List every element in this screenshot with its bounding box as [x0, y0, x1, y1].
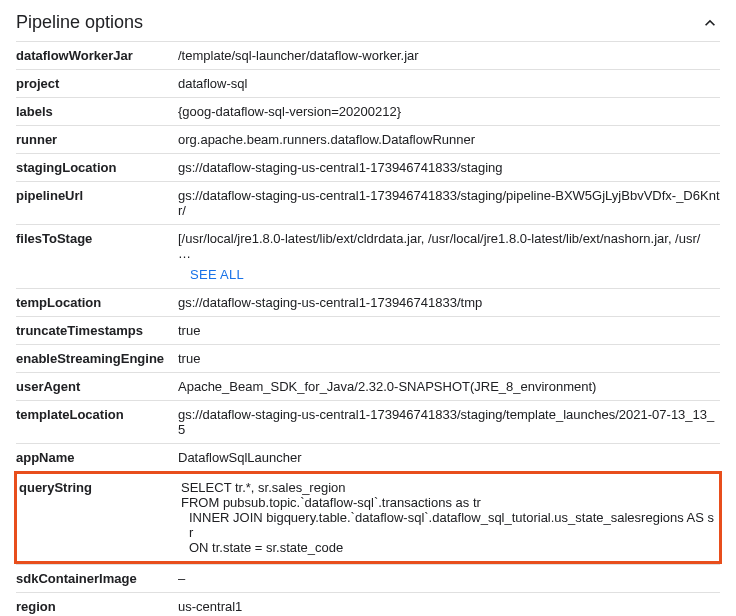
option-key: stagingLocation: [16, 160, 178, 175]
chevron-up-icon[interactable]: [700, 13, 720, 33]
table-row: tempLocation gs://dataflow-staging-us-ce…: [16, 288, 720, 316]
table-row: userAgent Apache_Beam_SDK_for_Java/2.32.…: [16, 372, 720, 400]
option-value: {goog-dataflow-sql-version=20200212}: [178, 104, 720, 119]
query-line-4: ON tr.state = sr.state_code: [181, 540, 717, 555]
option-value: gs://dataflow-staging-us-central1-173946…: [178, 295, 720, 310]
option-value: [/usr/local/jre1.8.0-latest/lib/ext/cldr…: [178, 231, 720, 282]
options-table: dataflowWorkerJar /template/sql-launcher…: [16, 41, 720, 616]
option-key: region: [16, 599, 178, 614]
option-value: gs://dataflow-staging-us-central1-173946…: [178, 188, 720, 218]
option-key: truncateTimestamps: [16, 323, 178, 338]
ellipsis: …: [178, 246, 191, 261]
option-value-query: SELECT tr.*, sr.sales_region FROM pubsub…: [181, 480, 717, 555]
files-value: [/usr/local/jre1.8.0-latest/lib/ext/cldr…: [178, 231, 700, 246]
option-value: gs://dataflow-staging-us-central1-173946…: [178, 160, 720, 175]
table-row-highlighted: queryString SELECT tr.*, sr.sales_region…: [14, 471, 722, 564]
table-row: templateLocation gs://dataflow-staging-u…: [16, 400, 720, 443]
option-value: dataflow-sql: [178, 76, 720, 91]
table-row: enableStreamingEngine true: [16, 344, 720, 372]
table-row: region us-central1: [16, 592, 720, 616]
option-value: true: [178, 351, 720, 366]
table-row: filesToStage [/usr/local/jre1.8.0-latest…: [16, 224, 720, 288]
option-key: enableStreamingEngine: [16, 351, 178, 366]
table-row: dataflowWorkerJar /template/sql-launcher…: [16, 41, 720, 69]
option-key: templateLocation: [16, 407, 178, 422]
query-line-1: SELECT tr.*, sr.sales_region: [181, 480, 717, 495]
option-key: project: [16, 76, 178, 91]
option-key: pipelineUrl: [16, 188, 178, 203]
table-row: appName DataflowSqlLauncher: [16, 443, 720, 471]
option-key: sdkContainerImage: [16, 571, 178, 586]
table-row: labels {goog-dataflow-sql-version=202002…: [16, 97, 720, 125]
option-value: DataflowSqlLauncher: [178, 450, 720, 465]
query-line-3: INNER JOIN bigquery.table.`dataflow-sql`…: [181, 510, 717, 540]
query-line-2: FROM pubsub.topic.`dataflow-sql`.transac…: [181, 495, 717, 510]
option-value: Apache_Beam_SDK_for_Java/2.32.0-SNAPSHOT…: [178, 379, 720, 394]
option-key: userAgent: [16, 379, 178, 394]
option-value: org.apache.beam.runners.dataflow.Dataflo…: [178, 132, 720, 147]
option-key: labels: [16, 104, 178, 119]
table-row: pipelineUrl gs://dataflow-staging-us-cen…: [16, 181, 720, 224]
option-value: us-central1: [178, 599, 720, 614]
table-row: project dataflow-sql: [16, 69, 720, 97]
pipeline-options-panel: Pipeline options dataflowWorkerJar /temp…: [0, 0, 736, 616]
option-key: filesToStage: [16, 231, 178, 246]
option-key: appName: [16, 450, 178, 465]
option-value: /template/sql-launcher/dataflow-worker.j…: [178, 48, 720, 63]
table-row: runner org.apache.beam.runners.dataflow.…: [16, 125, 720, 153]
table-row: sdkContainerImage –: [16, 564, 720, 592]
option-key: dataflowWorkerJar: [16, 48, 178, 63]
see-all-button[interactable]: SEE ALL: [178, 261, 244, 282]
option-key: tempLocation: [16, 295, 178, 310]
option-value: true: [178, 323, 720, 338]
option-key: queryString: [19, 480, 181, 495]
panel-header[interactable]: Pipeline options: [16, 12, 720, 41]
option-key: runner: [16, 132, 178, 147]
panel-title: Pipeline options: [16, 12, 143, 33]
option-value: –: [178, 571, 720, 586]
option-value: gs://dataflow-staging-us-central1-173946…: [178, 407, 720, 437]
table-row: stagingLocation gs://dataflow-staging-us…: [16, 153, 720, 181]
table-row: truncateTimestamps true: [16, 316, 720, 344]
